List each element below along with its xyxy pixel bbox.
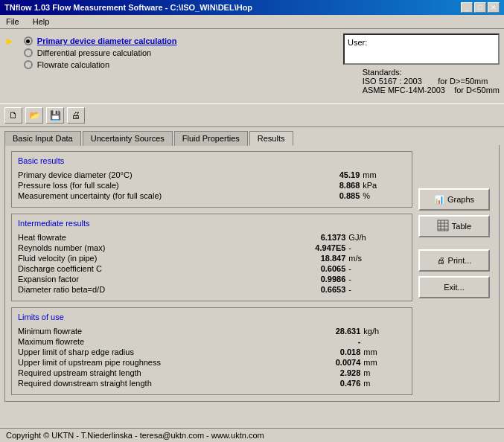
standard-1-name: ISO 5167 : 2003 — [363, 77, 422, 86]
table-row: Upper limit of sharp edge radius 0.018 m… — [18, 347, 406, 357]
result-label: Upper limit of upstream pipe roughness — [18, 357, 307, 368]
table-label: Table — [452, 222, 471, 231]
table-icon — [437, 220, 449, 233]
result-unit: - — [348, 274, 406, 284]
tab-results[interactable]: Results — [249, 131, 293, 146]
table-row: Fluid velocity (in pipe) 18.847 m/s — [18, 253, 406, 263]
toolbar-save[interactable]: 💾 — [46, 107, 64, 124]
graphs-label: Graphs — [447, 195, 474, 204]
intermediate-results-box: Intermediate results Heat flowrate 6.137… — [11, 214, 412, 301]
print-label: Print... — [448, 256, 472, 265]
graph-icon: 📊 — [434, 195, 444, 205]
toolbar-print[interactable]: 🖨 — [67, 107, 85, 124]
limits-title: Limits of use — [18, 313, 406, 321]
menu-bar: File Help — [0, 15, 504, 29]
table-row: Maximum flowrete - — [18, 336, 406, 347]
menu-help[interactable]: Help — [30, 16, 53, 27]
table-row: Expansion factor 0.9986 - — [18, 274, 406, 284]
standards-title: Standards: — [363, 68, 402, 77]
result-value: 18.847 — [257, 253, 348, 263]
window-title: TNflow 1.03 Flow Measurement Software - … — [4, 3, 252, 12]
radio-label-1[interactable]: Primary device diameter calculation — [37, 36, 177, 45]
close-button[interactable]: ✕ — [488, 2, 500, 13]
window-controls[interactable]: _ □ ✕ — [461, 2, 500, 13]
exit-button[interactable]: Exit... — [418, 276, 490, 298]
result-value: - — [307, 336, 363, 347]
results-panel: Basic results Primary device diameter (2… — [11, 151, 412, 395]
arrow-indicator: ► — [4, 35, 15, 47]
tab-basic-input[interactable]: Basic Input Data — [4, 131, 81, 146]
result-label: Reynolds number (max) — [18, 243, 257, 253]
result-value: 45.19 — [314, 170, 363, 180]
result-value: 0.885 — [314, 190, 363, 201]
result-unit: mm — [363, 357, 406, 368]
table-row: Heat flowrate 6.1373 GJ/h — [18, 232, 406, 243]
standard-1-note: for D>=50mm — [438, 77, 488, 86]
result-value: 8.868 — [314, 180, 363, 190]
result-label: Required upstream straight length — [18, 368, 307, 378]
result-value: 0.6065 — [257, 263, 348, 274]
maximize-button[interactable]: □ — [474, 2, 486, 13]
status-text: Copyright © UKTN - T.Niederlinska - tere… — [6, 431, 264, 440]
table-row: Discharge coefficient C 0.6065 - — [18, 263, 406, 274]
radio-differential-pressure[interactable]: Differential pressure calculation — [24, 48, 177, 57]
result-unit: kPa — [363, 180, 406, 190]
result-unit: m — [363, 368, 406, 378]
result-value: 0.018 — [307, 347, 363, 357]
tab-fluid-properties[interactable]: Fluid Properties — [174, 131, 248, 146]
table-row: Measurement uncertainty (for full scale)… — [18, 190, 406, 201]
result-unit — [363, 336, 406, 347]
print-icon: 🖨 — [437, 256, 445, 265]
menu-file[interactable]: File — [3, 16, 22, 27]
toolbar-new[interactable]: 🗋 — [4, 107, 22, 124]
toolbar: 🗋 📂 💾 🖨 — [0, 103, 504, 127]
tab-uncertainty-sources[interactable]: Uncertainty Sources — [83, 131, 173, 146]
table-button[interactable]: Table — [418, 215, 490, 237]
content-area: Basic results Primary device diameter (2… — [4, 145, 500, 402]
radio-flowrate[interactable]: Flowrate calculation — [24, 60, 177, 69]
result-unit: - — [348, 263, 406, 274]
table-row: Reynolds number (max) 4.947E5 - — [18, 243, 406, 253]
standard-2-name: ASME MFC-14M-2003 — [363, 86, 445, 95]
result-value: 28.631 — [307, 326, 363, 336]
header-section: ► Primary device diameter calculation Di… — [0, 29, 504, 99]
table-row: Required downstream straight length 0.47… — [18, 378, 406, 388]
radio-circle-1 — [24, 36, 33, 45]
result-value: 4.947E5 — [257, 243, 348, 253]
table-row: Required upstream straight length 2.928 … — [18, 368, 406, 378]
result-label: Required downstream straight length — [18, 378, 307, 388]
minimize-button[interactable]: _ — [461, 2, 473, 13]
graphs-button[interactable]: 📊 Graphs — [418, 188, 490, 211]
standards-section: Standards: ISO 5167 : 2003 for D>=50mm A… — [363, 68, 500, 95]
result-value: 0.6653 — [257, 284, 348, 295]
radio-circle-3 — [24, 60, 33, 69]
result-label: Heat flowrate — [18, 232, 257, 243]
action-panel: 📊 Graphs Table 🖨 Print... Exit... — [418, 151, 493, 395]
result-value: 0.476 — [307, 378, 363, 388]
title-bar: TNflow 1.03 Flow Measurement Software - … — [0, 0, 504, 15]
user-label: User: — [348, 38, 367, 47]
basic-results-box: Basic results Primary device diameter (2… — [11, 151, 412, 208]
status-bar: Copyright © UKTN - T.Niederlinska - tere… — [0, 428, 504, 442]
result-label: Pressure loss (for full scale) — [18, 180, 314, 190]
table-row: Primary device diameter (20°C) 45.19 mm — [18, 170, 406, 180]
limits-box: Limits of use Minimum flowrate 28.631 kg… — [11, 307, 412, 395]
intermediate-results-table: Heat flowrate 6.1373 GJ/h Reynolds numbe… — [18, 232, 406, 295]
result-value: 2.928 — [307, 368, 363, 378]
result-unit: GJ/h — [348, 232, 406, 243]
result-unit: - — [348, 284, 406, 295]
tab-bar: Basic Input Data Uncertainty Sources Flu… — [0, 127, 504, 145]
result-label: Fluid velocity (in pipe) — [18, 253, 257, 263]
result-label: Discharge coefficient C — [18, 263, 257, 274]
result-unit: mm — [363, 170, 406, 180]
user-box: User: — [343, 33, 500, 65]
result-unit: m — [363, 378, 406, 388]
print-button[interactable]: 🖨 Print... — [418, 249, 490, 272]
result-unit: - — [348, 243, 406, 253]
radio-primary-diameter[interactable]: Primary device diameter calculation — [24, 36, 177, 45]
result-label: Upper limit of sharp edge radius — [18, 347, 307, 357]
user-standards-panel: User: Standards: ISO 5167 : 2003 for D>=… — [343, 33, 500, 95]
result-unit: mm — [363, 347, 406, 357]
result-label: Measurement uncertainty (for full scale) — [18, 190, 314, 201]
toolbar-open[interactable]: 📂 — [25, 107, 43, 124]
